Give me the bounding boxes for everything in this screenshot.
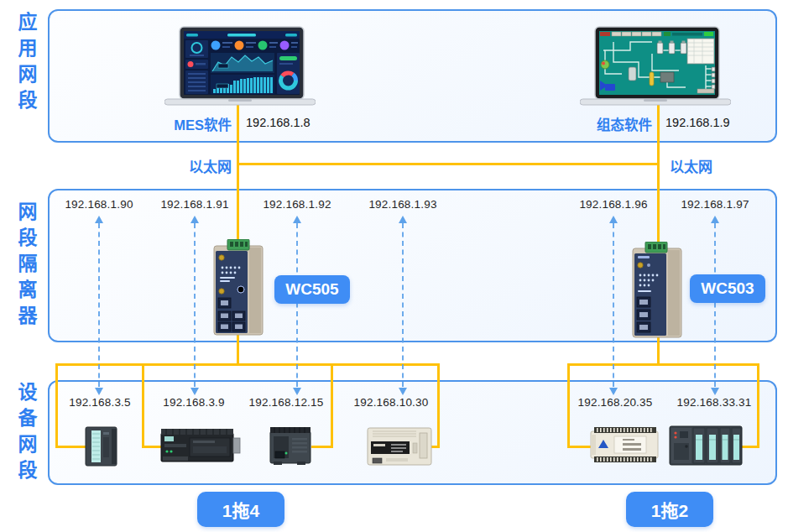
mapping-arrow-1 <box>92 215 106 396</box>
mapping-arrow-5 <box>607 215 620 396</box>
section-label-application: 应用网段 <box>15 12 37 116</box>
mapping-arrow-3 <box>290 215 304 396</box>
scada-ip-label: 192.168.1.9 <box>665 116 766 129</box>
section-label-device: 设备网段 <box>15 382 37 486</box>
wc503-gateway-icon <box>629 242 686 340</box>
badge-one-to-four: 1拖4 <box>197 492 284 527</box>
scada-name-label: 组态软件 <box>546 114 652 134</box>
left-bus-stub-3 <box>311 446 333 448</box>
badge-one-to-two: 1拖2 <box>626 492 713 527</box>
device-ip-label-5: 192.168.20.35 <box>561 396 670 409</box>
wc505-ip-label-4: 192.168.1.93 <box>348 198 457 211</box>
plc-s7-200-icon <box>159 426 242 465</box>
left-bus-stub-1 <box>55 446 87 448</box>
mapping-arrow-2 <box>188 215 201 396</box>
wc505-ip-label-3: 192.168.1.92 <box>243 198 352 211</box>
ethernet-label-right: 以太网 <box>670 155 737 176</box>
network-topology-diagram: 应用网段 网段隔离器 设备网段 以太网 以太网 <box>0 0 788 532</box>
section-label-isolator: 网段隔离器 <box>15 201 37 331</box>
wc503-badge: WC503 <box>690 274 765 303</box>
device-ip-label-6: 192.168.33.31 <box>660 396 769 409</box>
mes-ip-label: 192.168.1.8 <box>246 116 347 129</box>
wc505-ip-label-2: 192.168.1.91 <box>140 198 249 211</box>
plc-fx-icon <box>366 425 433 468</box>
device-ip-label-1: 192.168.3.5 <box>45 396 154 409</box>
device-ip-label-4: 192.168.10.30 <box>337 396 446 409</box>
wc503-ip-label-1: 192.168.1.96 <box>559 198 668 211</box>
wc505-badge: WC505 <box>274 275 350 304</box>
plc-m221-icon <box>267 425 314 467</box>
plc-s7-rack-icon <box>668 423 744 467</box>
wc503-ip-label-2: 192.168.1.97 <box>660 198 770 211</box>
mapping-arrow-6 <box>708 215 722 396</box>
device-ip-label-3: 192.168.12.15 <box>232 396 341 409</box>
mapping-arrow-4 <box>396 215 410 396</box>
left-bus-line <box>55 363 440 366</box>
wc505-ip-label-1: 192.168.1.90 <box>44 198 154 211</box>
wc505-gateway-icon <box>209 239 268 338</box>
scada-hmi-laptop-icon <box>580 25 731 109</box>
ethernet-link-line <box>237 163 660 165</box>
ethernet-label-left: 以太网 <box>164 155 232 176</box>
mes-dashboard-laptop-icon <box>164 25 316 109</box>
plc-s7-module-icon <box>84 424 121 467</box>
right-bus-stub-2 <box>741 446 759 448</box>
mes-name-label: MES软件 <box>126 114 232 134</box>
right-bus-line <box>567 363 759 366</box>
plc-delta-icon <box>589 425 660 465</box>
